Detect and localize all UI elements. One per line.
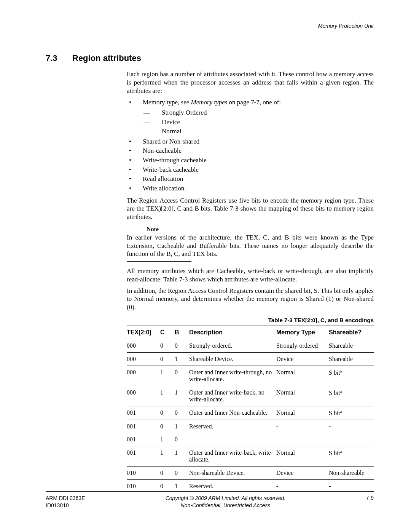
table-cell: 001: [127, 420, 160, 433]
table-row: 00101Reserved.--: [127, 420, 374, 433]
intro-paragraph: Each region has a number of attributes a…: [127, 70, 374, 95]
note-block: Note In earlier versions of the architec…: [127, 226, 374, 262]
th-c: C: [160, 326, 175, 339]
table-cell: 0: [160, 339, 175, 352]
table-cell: 1: [160, 386, 175, 406]
table-cell: 010: [127, 466, 160, 480]
paragraph-shared-bit: In addition, the Region Access Control R…: [127, 287, 374, 312]
footer-copyright: Copyright © 2009 ARM Limited. All rights…: [166, 495, 286, 501]
table-cell: 000: [127, 366, 160, 386]
table-cell: 0: [160, 406, 175, 420]
table-cell: Outer and Inner Non-cacheable.: [189, 406, 276, 420]
page-header-right: Memory Protection Unit: [318, 23, 374, 29]
table-caption: Table 7-3 TEX[2:0], C, and B encodings: [127, 317, 374, 323]
bullet-shared: Shared or Non-shared: [127, 137, 374, 147]
table-row: 00111Outer and Inner write-back, write-a…: [127, 446, 374, 466]
table-cell: 1: [175, 446, 189, 466]
table-cell: 0: [160, 466, 175, 480]
table-cell: -: [329, 420, 374, 433]
note-rule-left: [127, 229, 144, 229]
th-desc: Description: [189, 326, 276, 339]
note-label: Note: [147, 226, 159, 233]
sub-device: Device: [143, 118, 374, 127]
footer-left: ARM DDI 0363E ID013010: [46, 495, 85, 509]
table-cell: S bita: [329, 386, 374, 406]
table-cell: 001: [127, 406, 160, 420]
table-cell: Device: [276, 466, 329, 480]
bullet-write-through: Write-through cacheable: [127, 156, 374, 165]
table-cell: 000: [127, 339, 160, 352]
table-cell: Outer and Inner write-back, write-alloca…: [189, 446, 276, 466]
table-cell: [189, 433, 276, 446]
table-cell: 1: [175, 386, 189, 406]
sub-normal: Normal: [143, 127, 374, 136]
sub-strongly-ordered: Strongly Ordered: [143, 108, 374, 118]
attribute-bullets: Memory type, see Memory types on page 7-…: [127, 98, 374, 193]
table-cell: Shareable: [329, 339, 374, 352]
table-cell: 1: [160, 433, 175, 446]
table-cell: 0: [160, 352, 175, 366]
table-cell: Normal: [276, 366, 329, 386]
encoding-table: TEX[2:0] C B Description Memory Type Sha…: [127, 326, 374, 493]
footer-rev-id: ID013010: [46, 502, 69, 508]
table-row: 00011Outer and Inner write-back, no writ…: [127, 386, 374, 406]
table-cell: 001: [127, 433, 160, 446]
note-body: In earlier versions of the architecture,…: [127, 233, 374, 258]
memory-type-sublist: Strongly Ordered Device Normal: [143, 108, 374, 136]
th-share: Shareable?: [329, 326, 374, 339]
th-memtype: Memory Type: [276, 326, 329, 339]
footer-confidentiality: Non-Confidential, Unrestricted Access: [181, 502, 271, 508]
table-row: 00110: [127, 433, 374, 446]
section-heading: 7.3 Region attributes: [46, 53, 374, 63]
table-cell: -: [276, 420, 329, 433]
table-cell: 000: [127, 352, 160, 366]
table-cell: S bita: [329, 406, 374, 420]
table-cell: 1: [175, 352, 189, 366]
footer-center: Copyright © 2009 ARM Limited. All rights…: [166, 495, 286, 509]
table-cell: 0: [175, 466, 189, 480]
table-cell: 001: [127, 446, 160, 466]
note-end-rule: [127, 261, 191, 262]
table-cell: Normal: [276, 386, 329, 406]
table-cell: S bita: [329, 366, 374, 386]
table-cell: 0: [160, 420, 175, 433]
table-cell: 0: [175, 366, 189, 386]
table-cell: Shareable: [329, 352, 374, 366]
bullet-write-alloc: Write allocation.: [127, 184, 374, 193]
table-cell: Reserved.: [189, 420, 276, 433]
table-cell: Outer and Inner write-through, no write-…: [189, 366, 276, 386]
note-rule-right: [161, 229, 198, 229]
table-cell: 000: [127, 386, 160, 406]
table-row: 00001Shareable Device.DeviceShareable: [127, 352, 374, 366]
bullet-write-back: Write-back cacheable: [127, 165, 374, 175]
footer-doc-id: ARM DDI 0363E: [46, 495, 85, 501]
table-cell: Device: [276, 352, 329, 366]
paragraph-cacheable: All memory attributes which are Cacheabl…: [127, 267, 374, 284]
table-row: 00000Strongly-ordered.Strongly-orderedSh…: [127, 339, 374, 352]
table-cell: 0: [175, 406, 189, 420]
table-row: 01000Non-shareable Device.DeviceNon-shar…: [127, 466, 374, 480]
table-cell: 1: [160, 446, 175, 466]
bullet-read-alloc: Read allocation: [127, 174, 374, 184]
bullet-text-pre: Memory type, see: [143, 99, 191, 106]
table-header-row: TEX[2:0] C B Description Memory Type Sha…: [127, 326, 374, 339]
bullet-memory-type: Memory type, see Memory types on page 7-…: [127, 98, 374, 136]
table-row: 00010Outer and Inner write-through, no w…: [127, 366, 374, 386]
table-cell: [329, 433, 374, 446]
table-cell: S bita: [329, 446, 374, 466]
section-number: 7.3: [46, 53, 72, 63]
table-cell: 0: [175, 433, 189, 446]
page-footer: ARM DDI 0363E ID013010 Copyright © 2009 …: [46, 491, 374, 509]
table-cell: [276, 433, 329, 446]
page: Memory Protection Unit 7.3 Region attrib…: [0, 0, 411, 532]
body-column: Each region has a number of attributes a…: [127, 70, 374, 493]
bullet-non-cacheable: Non-cacheable: [127, 146, 374, 156]
table-cell: Normal: [276, 446, 329, 466]
th-tex: TEX[2:0]: [127, 326, 160, 339]
bullet-text-post: on page 7-7, one of:: [227, 99, 281, 106]
note-heading: Note: [127, 226, 374, 233]
table-cell: 1: [160, 366, 175, 386]
section-title: Region attributes: [72, 53, 141, 63]
table-cell: Non-shareable: [329, 466, 374, 480]
table-row: 00100Outer and Inner Non-cacheable.Norma…: [127, 406, 374, 420]
